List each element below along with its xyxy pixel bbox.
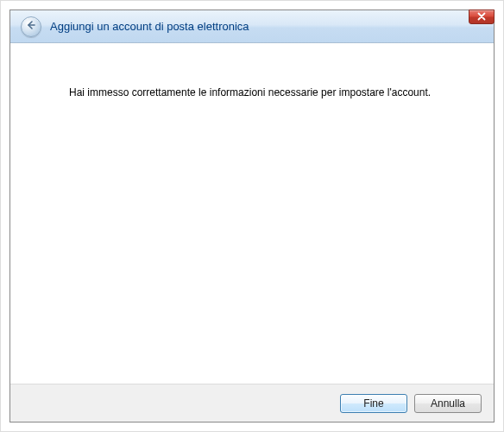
wizard-content: Hai immesso correttamente le informazion… — [10, 43, 494, 384]
success-message: Hai immesso correttamente le informazion… — [69, 86, 459, 98]
cancel-button[interactable]: Annulla — [414, 394, 482, 413]
close-button[interactable] — [469, 10, 495, 24]
back-button[interactable] — [21, 16, 41, 37]
finish-button[interactable]: Fine — [340, 394, 407, 413]
titlebar-controls — [469, 10, 495, 24]
wizard-window: Aggiungi un account di posta elettronica… — [9, 10, 495, 422]
wizard-footer: Fine Annulla — [10, 384, 494, 422]
window-frame: Aggiungi un account di posta elettronica… — [0, 0, 504, 432]
arrow-left-icon — [26, 20, 36, 33]
wizard-header: Aggiungi un account di posta elettronica — [10, 10, 494, 43]
wizard-title: Aggiungi un account di posta elettronica — [50, 20, 249, 33]
close-icon — [477, 11, 486, 23]
